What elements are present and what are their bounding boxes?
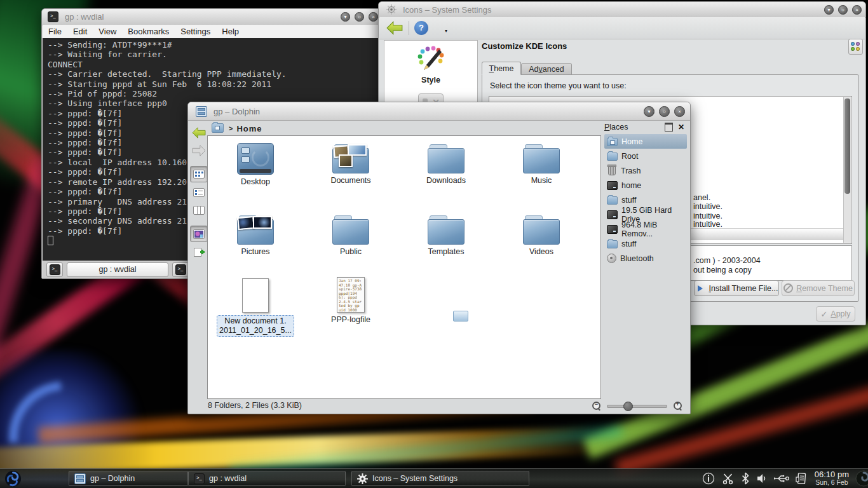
gear-icon (386, 4, 397, 15)
preview-button[interactable] (190, 226, 208, 242)
minimize-button[interactable]: ▾ (341, 12, 350, 22)
terminal-icon: >_ (175, 264, 186, 275)
help-dropdown-caret[interactable]: ▾ (445, 28, 447, 34)
dot-icon (856, 47, 860, 51)
kmenu-launcher-icon[interactable] (4, 470, 22, 487)
minimize-button[interactable]: ▾ (824, 5, 834, 15)
close-panel-icon[interactable]: ✕ (678, 123, 684, 132)
place-home-partition[interactable]: home (604, 178, 687, 193)
place-removable[interactable]: 964.8 MiB Remov... (604, 222, 687, 236)
file-item-new-document[interactable]: New document 1.2011_01_20_16_5... (208, 277, 303, 347)
check-icon: ✓ (820, 309, 827, 319)
forward-button[interactable] (191, 143, 207, 158)
theme-description-line: .com ) - 2003-2004 (693, 256, 761, 265)
konsole-titlebar[interactable]: >_ gp : wvdial ▾ ○ × (42, 9, 381, 25)
place-stuff-2[interactable]: stuff (604, 236, 687, 251)
gear-icon (357, 473, 368, 484)
task-wvdial[interactable]: >_ gp : wvdial (188, 471, 346, 486)
documents-folder-icon (332, 144, 369, 173)
dolphin-titlebar[interactable]: gp – Dolphin ▾ ○ × (188, 102, 690, 121)
places-header[interactable]: Places ✕ (604, 120, 687, 134)
back-button[interactable] (191, 125, 207, 140)
sidebar-item-style[interactable]: Style (384, 41, 477, 85)
place-trash[interactable]: Trash (604, 163, 687, 178)
menu-bookmarks[interactable]: Bookmarks (122, 27, 175, 36)
menu-file[interactable]: File (43, 27, 67, 36)
install-arrow-icon (698, 285, 706, 292)
minimize-button[interactable]: ▾ (644, 106, 654, 117)
konsole-tab[interactable]: gp : wvdial (67, 262, 168, 277)
taskbar: gp – Dolphin >_ gp : wvdial Icons – Syst… (0, 468, 868, 488)
place-root[interactable]: Root (604, 149, 687, 163)
zoom-slider-handle[interactable] (623, 402, 633, 411)
close-button[interactable]: × (674, 106, 685, 117)
install-theme-button[interactable]: Install Theme File... (694, 280, 779, 296)
tab-list-button[interactable]: >_ (172, 262, 189, 277)
volume-tray-icon[interactable] (756, 473, 768, 484)
pictures-folder-icon (237, 215, 274, 245)
split-view-button[interactable] (191, 245, 207, 260)
close-button[interactable]: × (369, 12, 378, 22)
folder-item-templates[interactable]: Templates (398, 210, 494, 280)
columns-view-button[interactable] (191, 203, 207, 218)
menu-help[interactable]: Help (216, 27, 245, 36)
folder-item-public[interactable]: Public (303, 210, 398, 280)
task-dolphin[interactable]: gp – Dolphin (69, 471, 188, 486)
sidebar-item-label: Style (384, 76, 477, 85)
theme-list-text: intuitive. (693, 202, 722, 211)
tab-theme[interactable]: Theme (482, 62, 521, 75)
folder-item-pictures[interactable]: Pictures (208, 210, 303, 280)
breadcrumb-home[interactable]: Home (236, 124, 262, 133)
zoom-out-icon[interactable]: − (592, 402, 600, 410)
scrollbar-thumb[interactable] (844, 98, 850, 194)
folder-item-downloads[interactable]: Downloads (398, 139, 494, 209)
help-button[interactable]: ? (414, 21, 428, 35)
dolphin-window-buttons: ▾ ○ × (639, 106, 685, 117)
new-tab-button[interactable]: >_ (46, 262, 63, 277)
terminal-icon: >_ (50, 264, 60, 275)
icons-view-button[interactable] (190, 166, 208, 182)
klipper-scissors-icon[interactable] (721, 472, 735, 485)
folder-view[interactable]: Desktop Documents Downloads Music (207, 135, 601, 399)
view-style-button[interactable] (848, 39, 863, 55)
bluetooth-icon (607, 254, 616, 263)
remove-theme-button[interactable]: Remove Theme (782, 280, 855, 296)
apply-button[interactable]: ✓ Apply (816, 306, 855, 322)
maximize-button[interactable]: ○ (838, 5, 848, 15)
zoom-in-icon[interactable]: + (674, 402, 682, 410)
maximize-button[interactable]: ○ (659, 106, 670, 117)
zoom-slider[interactable] (607, 402, 667, 409)
icon-theme-prompt: Select the icon theme you want to use: (490, 81, 627, 90)
settings-window-buttons: ▾ ○ × (820, 5, 862, 15)
menu-edit[interactable]: Edit (67, 27, 93, 36)
panel-cashew-icon[interactable] (853, 470, 868, 487)
settings-page-heading: Customize KDE Icons (482, 41, 567, 51)
bluetooth-tray-icon[interactable] (741, 472, 750, 485)
konsole-window-buttons: ▾ ○ × (336, 12, 378, 22)
tab-advanced[interactable]: Advanced (521, 63, 572, 75)
settings-titlebar[interactable]: Icons – System Settings ▾ ○ × (379, 2, 865, 18)
folder-item-videos[interactable]: Videos (494, 210, 589, 280)
details-view-button[interactable] (191, 185, 207, 200)
places-panel: Places ✕ Home Root Trash home stuff 19.5… (604, 120, 687, 398)
menu-view[interactable]: View (93, 27, 122, 36)
float-panel-icon[interactable] (665, 123, 673, 132)
clock[interactable]: 06:10 pm Sun, 6 Feb (815, 470, 849, 487)
maximize-button[interactable]: ○ (355, 12, 364, 22)
place-home[interactable]: Home (604, 134, 687, 149)
text-preview-icon: Jan 17 09:47:18 gp-Aspire-5738 pppd[1946… (337, 277, 365, 313)
close-button[interactable]: × (852, 5, 862, 15)
menu-settings[interactable]: Settings (175, 27, 216, 36)
folder-item-desktop[interactable]: Desktop (208, 139, 303, 209)
back-button[interactable] (386, 20, 403, 36)
folder-item-documents[interactable]: Documents (303, 139, 398, 209)
file-item-ppp-logfile[interactable]: Jan 17 09:47:18 gp-Aspire-5738 pppd[1946… (303, 277, 398, 347)
folder-item-music[interactable]: Music (494, 139, 589, 209)
home-folder-icon[interactable] (212, 122, 224, 135)
scrollbar[interactable] (843, 97, 851, 243)
info-tray-icon[interactable] (702, 472, 715, 485)
task-system-settings[interactable]: Icons – System Settings (351, 471, 529, 486)
device-notifier-usb-icon[interactable] (774, 472, 789, 485)
printer-tray-icon[interactable] (796, 471, 808, 485)
place-bluetooth[interactable]: Bluetooth (604, 251, 687, 266)
